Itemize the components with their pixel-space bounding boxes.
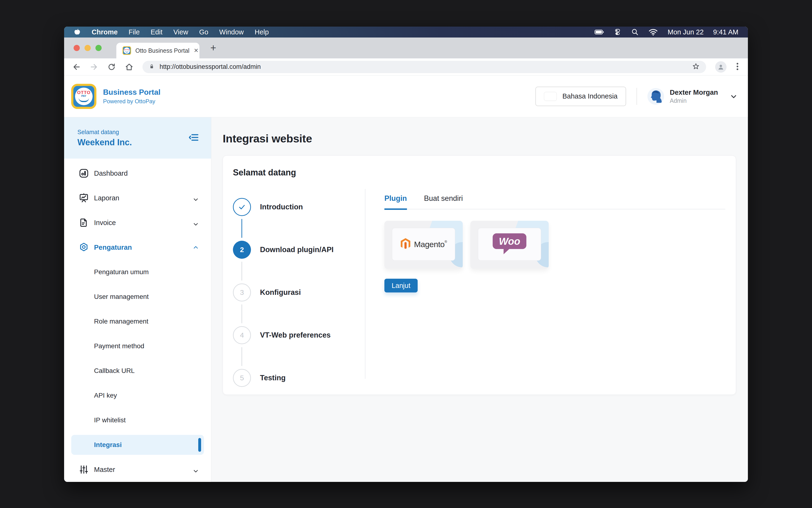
favicon-text: OTTO	[124, 49, 130, 51]
chevron-down-icon	[194, 219, 197, 227]
sidebar-welcome: Selamat datang Weekend Inc.	[64, 117, 211, 159]
bookmark-star-icon[interactable]	[692, 62, 700, 72]
sidebar-item-invoice[interactable]: Invoice	[64, 210, 211, 235]
collapse-sidebar-icon[interactable]	[188, 132, 199, 144]
step-number: 3	[233, 284, 251, 301]
step-number: 2	[233, 241, 251, 259]
browser-window: Chrome File Edit View Go Window Help Mon…	[64, 27, 748, 482]
sidebar-subitem-user-management[interactable]: User management	[64, 284, 211, 309]
minimize-window-button[interactable]	[85, 45, 91, 51]
sidebar-item-label: Invoice	[94, 219, 116, 227]
sidebar: Selamat datang Weekend Inc. Dashboard	[64, 117, 211, 482]
brand-subtitle: Powered by OttoPay	[103, 98, 161, 105]
sidebar-item-label: Master	[94, 466, 115, 474]
app-header: OTTO PAY Business Portal Powered by Otto…	[64, 76, 748, 117]
magento-logo-text: Magento®	[414, 240, 447, 249]
menubar-item-chrome[interactable]: Chrome	[92, 28, 118, 36]
report-icon	[78, 193, 89, 203]
plugin-card-magento[interactable]: Magento®	[384, 221, 463, 269]
reload-icon[interactable]	[107, 63, 116, 71]
menubar-items: Chrome File Edit View Go Window Help	[92, 28, 269, 36]
sidebar-item-master[interactable]: Master	[64, 457, 211, 482]
search-icon[interactable]	[631, 28, 639, 36]
address-bar: http://ottobusinessportal.com/admin	[64, 58, 748, 76]
control-center-icon[interactable]	[614, 28, 621, 36]
lock-icon[interactable]	[148, 63, 155, 71]
step-introduction[interactable]: Introduction	[233, 186, 365, 228]
step-label: Testing	[260, 374, 286, 382]
chevron-up-icon	[194, 244, 197, 251]
menubar-clock: 9:41 AM	[713, 28, 738, 36]
step-testing[interactable]: 5 Testing	[233, 356, 365, 399]
user-role: Admin	[670, 97, 718, 104]
menubar-item-edit[interactable]: Edit	[151, 28, 162, 36]
sidebar-subitem-payment-method[interactable]: Payment method	[64, 334, 211, 358]
tab-close-icon[interactable]: ✕	[194, 47, 199, 54]
subitem-label: Integrasi	[94, 441, 122, 449]
step-connector	[242, 219, 242, 238]
sidebar-subitem-callback-url[interactable]: Callback URL	[64, 358, 211, 383]
brand-title: Business Portal	[103, 88, 161, 97]
indonesia-flag-icon	[544, 92, 557, 101]
card-title: Selamat datang	[233, 168, 725, 177]
logo-subtext: PAY	[81, 95, 86, 97]
chevron-down-icon	[194, 466, 197, 474]
menubar-item-view[interactable]: View	[173, 28, 188, 36]
home-icon[interactable]	[125, 63, 133, 71]
menubar-date: Mon Jun 22	[668, 28, 704, 36]
close-window-button[interactable]	[74, 45, 80, 51]
sidebar-item-label: Pengaturan	[94, 244, 132, 251]
user-menu[interactable]: Dexter Morgan Admin	[647, 88, 735, 105]
continue-button[interactable]: Lanjut	[384, 279, 418, 292]
menubar-item-go[interactable]: Go	[199, 28, 209, 36]
battery-icon[interactable]	[595, 28, 604, 36]
back-icon[interactable]	[72, 63, 81, 71]
language-selector[interactable]: Bahasa Indonesia	[536, 87, 626, 106]
menubar-item-help[interactable]: Help	[255, 28, 269, 36]
wifi-icon[interactable]	[649, 28, 658, 36]
step-label: Introduction	[260, 203, 303, 211]
new-tab-button[interactable]: +	[210, 43, 216, 53]
step-konfigurasi[interactable]: 3 Konfigurasi	[233, 271, 365, 314]
logo-smile	[79, 98, 89, 102]
sidebar-subitem-role-management[interactable]: Role management	[64, 309, 211, 334]
step-vtweb-preferences[interactable]: 4 VT-Web preferences	[233, 314, 365, 356]
tab-strip: OTTO Otto Business Portal ✕ +	[64, 38, 748, 58]
woocommerce-logo-icon: Woo	[492, 232, 527, 256]
menubar-item-file[interactable]: File	[129, 28, 140, 36]
avatar	[647, 88, 664, 105]
tab-plugin[interactable]: Plugin	[384, 194, 407, 210]
step-connector	[242, 304, 242, 323]
ottopay-logo: OTTO PAY	[71, 84, 96, 109]
apple-icon[interactable]	[74, 28, 81, 36]
magento-logo-icon	[400, 238, 411, 251]
welcome-label: Selamat datang	[77, 129, 132, 135]
sidebar-item-pengaturan[interactable]: Pengaturan	[64, 235, 211, 260]
url-text[interactable]: http://ottobusinessportal.com/admin	[160, 63, 261, 71]
browser-tab[interactable]: OTTO Otto Business Portal ✕	[116, 43, 200, 58]
sidebar-item-laporan[interactable]: Laporan	[64, 186, 211, 210]
sidebar-item-dashboard[interactable]: Dashboard	[64, 161, 211, 186]
step-connector	[242, 262, 242, 281]
setup-stepper: Introduction 2 Download plugin/API 3 Kon…	[233, 186, 365, 399]
tab-buat-sendiri[interactable]: Buat sendiri	[424, 194, 463, 209]
step-download-plugin[interactable]: 2 Download plugin/API	[233, 228, 365, 271]
subitem-label: Pengaturan umum	[94, 268, 148, 276]
page-title: Integrasi website	[223, 132, 736, 145]
sidebar-subitem-pengaturan-umum[interactable]: Pengaturan umum	[64, 260, 211, 284]
chevron-down-icon	[194, 194, 197, 202]
plugin-card-woocommerce[interactable]: Woo	[470, 221, 549, 269]
forward-icon[interactable]	[90, 63, 98, 71]
browser-menu-icon[interactable]	[735, 62, 739, 72]
sidebar-subitem-integrasi-active[interactable]: Integrasi	[71, 435, 204, 455]
menubar-item-window[interactable]: Window	[219, 28, 244, 36]
chevron-down-icon[interactable]	[731, 93, 736, 98]
company-name: Weekend Inc.	[77, 137, 132, 147]
url-field[interactable]: http://ottobusinessportal.com/admin	[142, 61, 706, 73]
step-label: Download plugin/API	[260, 246, 334, 254]
zoom-window-button[interactable]	[95, 45, 101, 51]
browser-profile-icon[interactable]	[715, 61, 727, 73]
sidebar-subitem-api-key[interactable]: API key	[64, 383, 211, 408]
sidebar-subitem-ip-whitelist[interactable]: IP whitelist	[64, 408, 211, 432]
sliders-icon	[78, 464, 89, 475]
